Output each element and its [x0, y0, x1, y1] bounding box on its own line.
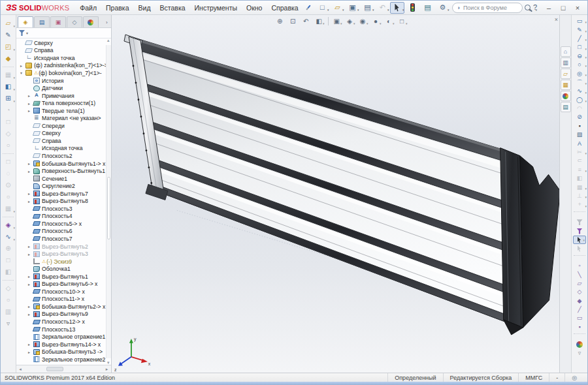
zoom-to-fit-button[interactable]: ⊕	[274, 16, 286, 27]
tree-item[interactable]: ⚠ Плоскость11-> x	[16, 296, 106, 303]
new-file-button[interactable]: □	[315, 2, 329, 14]
tree-expand-arrow[interactable]	[20, 70, 25, 75]
tree-item[interactable]: ⚠ История	[16, 77, 106, 85]
pin-icon[interactable]	[306, 5, 310, 10]
tree-item[interactable]: ⚠ Исходная точка	[16, 54, 106, 62]
offset-entities-button[interactable]: ≡	[572, 166, 587, 174]
tags-icon[interactable]: ◎	[564, 373, 583, 382]
previous-view-button[interactable]: ↶	[300, 16, 312, 27]
sketch-button[interactable]: ◇	[1, 128, 16, 140]
tree-item[interactable]: ⚠ Материал <не указан>	[16, 114, 106, 122]
tree-item[interactable]: ⚠ Плоскость13	[16, 326, 106, 333]
tree-item[interactable]: ⚠ Датчики	[16, 84, 106, 92]
appearances-scenes-tab[interactable]: ●	[561, 91, 571, 101]
tree-expand-arrow[interactable]	[28, 244, 33, 249]
point-button[interactable]: ▪	[572, 122, 587, 131]
section-view-button[interactable]: ◧	[313, 16, 325, 27]
filter-funnel-button[interactable]	[572, 218, 587, 226]
rebuild-button[interactable]	[405, 2, 419, 14]
sep[interactable]	[572, 253, 587, 262]
tree-expand-arrow[interactable]	[28, 199, 33, 204]
tree-vertical-scrollbar[interactable]	[106, 45, 111, 358]
filter-points-button[interactable]: ▪	[572, 323, 587, 331]
convert-entities-button[interactable]: ⊂	[572, 157, 587, 165]
tree-item[interactable]: ⚠ Плоскость6	[16, 228, 106, 236]
menu-item[interactable]: Окно	[242, 3, 266, 13]
tree-item[interactable]: ⚠ Вырез-Вытянуть7	[16, 190, 106, 198]
menu-item[interactable]: Инструменты	[191, 3, 241, 13]
displaymanager-tab[interactable]	[83, 16, 99, 27]
view-palette-tab[interactable]: ▦	[561, 80, 571, 90]
route-button[interactable]: ∿	[1, 231, 16, 243]
menu-item[interactable]: Файл	[76, 3, 101, 13]
appearance-ball-button[interactable]: ●	[572, 340, 587, 348]
tree-expand-arrow[interactable]	[20, 63, 25, 68]
tree-item[interactable]: ⚠ Оболочка1	[16, 265, 106, 273]
linear-component-pattern-button[interactable]: ▦	[1, 69, 16, 81]
sep[interactable]	[326, 16, 330, 27]
tree-expand-arrow[interactable]	[28, 274, 33, 279]
scroll-left-icon[interactable]: ◂	[16, 367, 24, 372]
tree-item[interactable]: ⚠ Вырез-Вытянуть6-> x	[16, 281, 106, 288]
sep[interactable]	[1, 65, 16, 69]
tree-item[interactable]: ⚠ Плоскость12-> x	[16, 318, 106, 326]
move-component-button[interactable]: ◧	[1, 81, 16, 93]
tree-expand-arrow[interactable]	[28, 108, 33, 113]
tree-expand-arrow[interactable]	[28, 342, 33, 346]
sep[interactable]	[1, 278, 16, 283]
sep[interactable]	[572, 331, 587, 340]
propertymanager-tab[interactable]: ▤	[34, 16, 50, 27]
perimeter-circle-button[interactable]: ◎	[572, 69, 587, 78]
rectangle-button[interactable]: □	[572, 43, 587, 52]
tree-expand-arrow[interactable]	[28, 191, 33, 196]
file-explorer-tab[interactable]: ▱	[561, 69, 571, 79]
file-properties-button[interactable]: ▤	[420, 2, 434, 14]
tree-item[interactable]: ⚠ Бобышка-Вытянуть1-> x	[16, 160, 106, 168]
tree-item[interactable]: ⚠ (-) Эскиз9	[16, 258, 106, 266]
corner-rectangle-button[interactable]: ▭	[572, 17, 587, 25]
draft-button[interactable]: ○	[1, 294, 16, 306]
tree-item[interactable]: ⚠ Плоскость4	[16, 213, 106, 221]
sep[interactable]	[1, 215, 16, 219]
sketch-chamfer-button[interactable]: ✎	[572, 25, 587, 34]
insert-components-button[interactable]: ▱	[1, 18, 16, 29]
tree-expand-arrow[interactable]	[28, 312, 33, 316]
custom-properties-tab[interactable]: ▤	[561, 102, 571, 112]
tree-item[interactable]: ⚠ Сверху	[16, 130, 106, 138]
scrollbar-thumb[interactable]	[107, 177, 110, 239]
magic-wand-filter-button[interactable]	[572, 226, 587, 235]
units-label[interactable]: ММГС	[518, 373, 549, 382]
trim-entities-button[interactable]: ✂	[572, 148, 587, 157]
mirror-components-button[interactable]: ◇	[1, 283, 16, 294]
ellipse-button[interactable]: ◯	[572, 96, 587, 104]
toolbar-collapse-button[interactable]: ▿	[1, 318, 16, 330]
minimize-button[interactable]: –	[542, 2, 556, 14]
tree-expand-arrow[interactable]	[28, 93, 33, 98]
tree-item[interactable]: ⚠ Вырез-Вытянуть9	[16, 311, 106, 318]
tree-item[interactable]: ⚠ Плоскость10-> x	[16, 288, 106, 296]
tree-item[interactable]: ⚠ Справа	[16, 47, 106, 55]
dimxpertmanager-tab[interactable]: ◇	[67, 16, 82, 27]
tree-item[interactable]: ⚠ Вырез-Вытянуть8	[16, 197, 106, 205]
graphics-viewport[interactable]: ⊕ ⊡ ↶ ◧	[112, 15, 559, 373]
save-button[interactable]: ▣	[345, 2, 359, 14]
tree-expand-arrow[interactable]	[28, 161, 33, 166]
swept-cut-button[interactable]: ⊙	[1, 179, 16, 191]
menu-item[interactable]: Справка	[267, 3, 302, 13]
tree-item[interactable]: ⚠ Спереди	[16, 122, 106, 130]
extruded-cut-button[interactable]: □	[1, 156, 16, 168]
tree-horizontal-scrollbar[interactable]: ◂ ▸	[16, 365, 111, 373]
help-button[interactable]: ?	[532, 2, 538, 14]
filter-axes-button[interactable]: ╱	[572, 305, 587, 314]
straight-slot-button[interactable]: ⊖	[572, 52, 587, 61]
hole-wizard-button[interactable]: ○	[1, 140, 16, 151]
filter-faces-button[interactable]: ▱	[572, 279, 587, 288]
assembly-feature-button[interactable]: ◔	[1, 104, 16, 116]
tree-item[interactable]: ⚠ Поверхность-Вытянуть1	[16, 167, 106, 175]
scrollbar-thumb[interactable]	[46, 367, 64, 371]
tree-item[interactable]: ⚠ Вырез-Вытянуть2	[16, 243, 106, 251]
display-style-button[interactable]: ◈	[344, 16, 356, 27]
smart-fasteners-button[interactable]: ✎	[1, 29, 16, 41]
flexible-component-button[interactable]: ◈	[1, 219, 16, 231]
units-caret[interactable]: -	[549, 373, 564, 382]
